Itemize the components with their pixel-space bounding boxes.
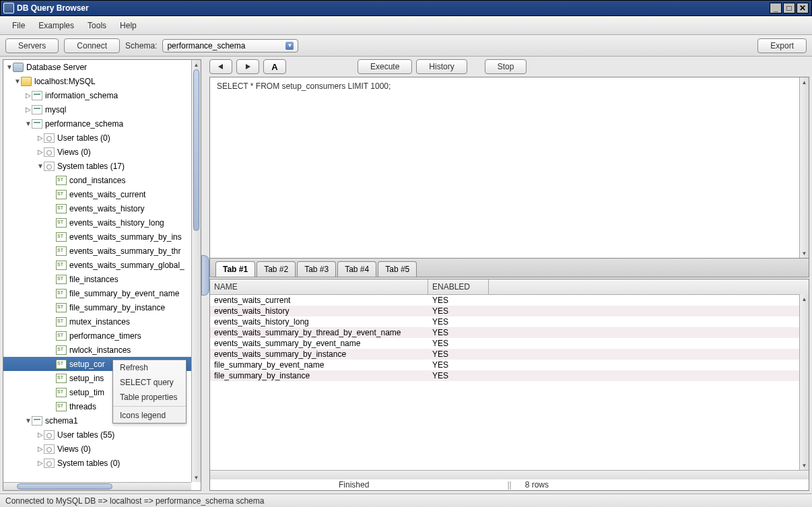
tree-table-events_waits_current[interactable]: events_waits_current <box>3 187 201 201</box>
context-table-properties[interactable]: Table properties <box>113 390 186 405</box>
context-select-query[interactable]: SELECT query <box>113 375 186 390</box>
table-row[interactable]: events_waits_summary_by_event_nameYES <box>210 338 809 349</box>
tree-table-file_summary_by_instance[interactable]: file_summary_by_instance <box>3 300 201 314</box>
scroll-down-icon[interactable]: ▼ <box>800 248 809 258</box>
back-button[interactable] <box>209 59 232 74</box>
tree-table-events_waits_history_long[interactable]: events_waits_history_long <box>3 215 201 230</box>
tree-table-events_waits_history[interactable]: events_waits_history <box>3 201 201 215</box>
maximize-button[interactable]: □ <box>783 3 795 13</box>
page-icon <box>44 147 55 157</box>
forward-button[interactable] <box>236 59 259 74</box>
tree-root[interactable]: ▼Database Server <box>3 60 201 74</box>
tab-4[interactable]: Tab #4 <box>337 261 376 277</box>
tab-2[interactable]: Tab #2 <box>257 261 296 277</box>
expander-icon[interactable]: ▷ <box>37 459 44 467</box>
cell-name: events_waits_history_long <box>210 316 428 327</box>
tab-3[interactable]: Tab #3 <box>297 261 336 277</box>
schema-icon <box>32 105 42 114</box>
sidebar-hscrollbar[interactable] <box>3 482 191 490</box>
expander-icon[interactable]: ▷ <box>37 134 44 141</box>
tree-table-file_summary_by_event_name[interactable]: file_summary_by_event_name <box>3 286 201 300</box>
expander-icon[interactable]: ▼ <box>14 77 21 85</box>
tree-table-file_instances[interactable]: file_instances <box>3 272 201 286</box>
tree-table-performance_timers[interactable]: performance_timers <box>3 329 201 343</box>
scroll-down-icon[interactable]: ▼ <box>192 473 201 482</box>
tree-table-cond_instances[interactable]: cond_instances <box>3 173 201 187</box>
expander-icon[interactable]: ▷ <box>25 92 32 99</box>
history-button[interactable]: History <box>416 59 467 74</box>
tree-performance-schema[interactable]: ▼performance_schema <box>3 116 201 131</box>
schema-dropdown[interactable]: performance_schema ▼ <box>162 39 298 53</box>
tree-system-tables[interactable]: ▼System tables (17) <box>3 159 201 173</box>
menu-tools[interactable]: Tools <box>81 18 113 33</box>
tab-5[interactable]: Tab #5 <box>378 261 417 277</box>
table-row[interactable]: events_waits_currentYES <box>210 295 809 306</box>
splitter-handle-icon[interactable] <box>201 255 209 296</box>
scroll-up-icon[interactable]: ▲ <box>800 77 809 87</box>
tree-schema-0[interactable]: ▷information_schema <box>3 88 201 102</box>
scroll-down-icon[interactable]: ▼ <box>800 461 809 470</box>
scroll-up-icon[interactable]: ▲ <box>192 60 201 69</box>
expander-icon[interactable]: ▼ <box>37 162 44 170</box>
minimize-button[interactable]: _ <box>770 3 782 13</box>
tree-schema1-views[interactable]: ▷Views (0) <box>3 442 201 456</box>
table-row[interactable]: file_summary_by_event_nameYES <box>210 360 809 370</box>
sidebar-scrollbar[interactable]: ▲ ▼ <box>191 60 201 482</box>
font-button[interactable]: A <box>263 59 286 74</box>
export-button[interactable]: Export <box>757 38 807 53</box>
expander-icon[interactable]: ▷ <box>25 106 32 113</box>
table-row[interactable]: events_waits_summary_by_instanceYES <box>210 349 809 360</box>
tree-schema1-system-tables[interactable]: ▷System tables (0) <box>3 456 201 470</box>
tree-table-mutex_instances[interactable]: mutex_instances <box>3 314 201 329</box>
scroll-thumb[interactable] <box>193 69 199 231</box>
expander-icon[interactable]: ▼ <box>25 417 32 424</box>
tree-label: User tables (55) <box>57 430 114 440</box>
results-scrollbar[interactable]: ▲ ▼ <box>799 294 809 470</box>
table-icon <box>56 388 67 397</box>
editor-scrollbar[interactable]: ▲ ▼ <box>799 77 809 258</box>
tree-user-tables[interactable]: ▷User tables (0) <box>3 131 201 145</box>
expander-icon[interactable]: ▷ <box>37 148 44 156</box>
tree-table-events_waits_summary_by_ins[interactable]: events_waits_summary_by_ins <box>3 230 201 244</box>
expander-icon[interactable]: ▼ <box>6 63 13 71</box>
context-refresh[interactable]: Refresh <box>113 360 186 375</box>
results-hscrollbar[interactable] <box>210 470 809 479</box>
column-header-enabled[interactable]: ENABLED <box>428 279 489 294</box>
table-row[interactable]: file_summary_by_instanceYES <box>210 370 809 381</box>
table-row[interactable]: events_waits_summary_by_thread_by_event_… <box>210 327 809 338</box>
tree-table-events_waits_summary_by_thr[interactable]: events_waits_summary_by_thr <box>3 244 201 258</box>
tree-label: events_waits_summary_global_ <box>69 261 184 270</box>
menu-file[interactable]: File <box>5 18 32 33</box>
tab-1[interactable]: Tab #1 <box>215 261 255 277</box>
scroll-up-icon[interactable]: ▲ <box>800 294 809 304</box>
context-icons-legend[interactable]: Icons legend <box>113 408 186 423</box>
execute-button[interactable]: Execute <box>358 59 412 74</box>
folder-icon <box>21 77 32 86</box>
results-grid: NAME ENABLED events_waits_currentYESeven… <box>209 279 809 491</box>
tree-table-rwlock_instances[interactable]: rwlock_instances <box>3 343 201 357</box>
tree-schema-1[interactable]: ▷mysql <box>3 102 201 116</box>
menu-examples[interactable]: Examples <box>32 18 81 33</box>
query-editor[interactable]: SELECT * FROM setup_consumers LIMIT 1000… <box>209 77 809 259</box>
tree-table-events_waits_summary_global_[interactable]: events_waits_summary_global_ <box>3 258 201 272</box>
tree-label: cond_instances <box>69 176 125 185</box>
close-button[interactable]: ✕ <box>797 3 809 13</box>
expander-icon[interactable]: ▼ <box>25 120 32 127</box>
tree-schema1-user-tables[interactable]: ▷User tables (55) <box>3 428 201 442</box>
connect-button[interactable]: Connect <box>64 38 120 53</box>
tree-host[interactable]: ▼localhost:MySQL <box>3 74 201 88</box>
expander-icon[interactable]: ▷ <box>37 445 44 452</box>
stop-button[interactable]: Stop <box>485 59 527 74</box>
expander-icon[interactable]: ▷ <box>37 431 44 438</box>
tree-label: events_waits_summary_by_ins <box>69 232 182 242</box>
page-icon <box>44 133 55 143</box>
schema-icon <box>32 119 42 129</box>
vertical-splitter[interactable] <box>203 57 208 494</box>
servers-button[interactable]: Servers <box>5 38 59 53</box>
menu-help[interactable]: Help <box>113 18 143 33</box>
cell-name: file_summary_by_event_name <box>210 360 428 370</box>
table-row[interactable]: events_waits_historyYES <box>210 306 809 316</box>
column-header-name[interactable]: NAME <box>210 279 428 294</box>
tree-views[interactable]: ▷Views (0) <box>3 145 201 159</box>
table-row[interactable]: events_waits_history_longYES <box>210 316 809 327</box>
